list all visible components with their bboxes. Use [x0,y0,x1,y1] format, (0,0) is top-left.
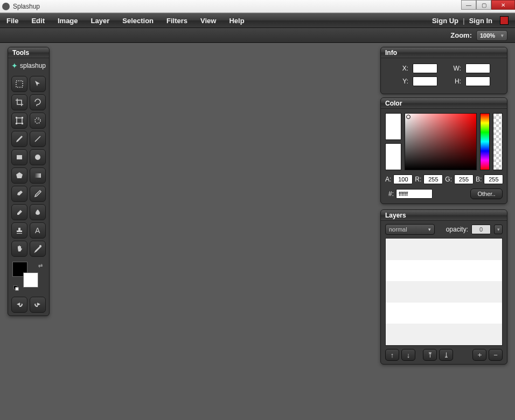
menu-layer[interactable]: Layer [91,17,110,25]
layers-panel: Layers normal opacity: ▾ ↑ ↓ ⤒ ⤓ ＋ − [380,209,507,365]
tools-panel-title[interactable]: Tools [8,47,49,58]
splashup-logo: ✦splashup [8,58,49,73]
other-color-button[interactable]: Other.. [470,188,503,199]
color-field[interactable] [405,113,477,170]
record-indicator-icon [500,16,509,25]
rectangle-tool[interactable] [11,149,27,165]
svg-rect-2 [16,117,17,118]
color-panel-title[interactable]: Color [381,98,507,109]
alpha-slider[interactable] [493,113,503,170]
menu-help[interactable]: Help [229,17,244,25]
undo-button[interactable] [11,297,27,313]
hex-label: #: [385,190,394,198]
zoom-select[interactable]: 100% [476,30,507,41]
hex-input[interactable] [396,189,433,199]
layers-panel-title[interactable]: Layers [381,210,507,221]
signin-link[interactable]: Sign In [469,17,492,25]
blend-mode-value: normal [389,226,407,233]
options-bar: Zoom: 100% [0,28,515,43]
green-input[interactable] [454,174,474,184]
info-h-input[interactable] [465,76,490,86]
info-w-label: W: [446,65,461,72]
color-preview [385,113,401,170]
red-label: R: [415,176,421,183]
brush-tool[interactable] [11,186,27,202]
green-label: G: [445,176,452,183]
marquee-tool[interactable] [11,76,27,92]
blue-input[interactable] [484,174,503,184]
list-item[interactable] [386,303,502,324]
lasso-tool[interactable] [30,94,46,110]
pencil-tool[interactable] [11,131,27,147]
info-y-input[interactable] [413,76,437,86]
list-item[interactable] [386,260,502,282]
text-tool[interactable]: A [30,222,46,239]
window-close-button[interactable]: ✕ [491,0,515,10]
crop-tool[interactable] [11,94,27,110]
gradient-tool[interactable] [30,167,46,184]
svg-rect-5 [22,123,23,124]
info-panel-title[interactable]: Info [381,47,507,58]
window-title: Splashup [13,3,40,10]
eyedropper-tool[interactable] [30,186,46,202]
svg-point-9 [35,155,40,160]
opacity-label: opacity: [446,226,468,233]
transform-tool[interactable] [11,113,27,129]
layer-down-button[interactable]: ↓ [401,349,415,361]
svg-point-13 [39,245,41,247]
color-picker-tool[interactable] [30,241,46,257]
svg-point-6 [35,118,40,123]
blend-mode-select[interactable]: normal [385,224,435,235]
eraser-tool[interactable] [11,204,27,220]
window-minimize-button[interactable]: — [461,0,476,10]
alpha-input[interactable] [393,174,413,184]
app-favicon [2,3,10,10]
info-x-input[interactable] [413,64,437,73]
window-maximize-button[interactable]: ▢ [476,0,491,10]
svg-rect-1 [17,118,22,123]
hue-slider[interactable] [480,113,490,170]
svg-rect-0 [16,81,23,87]
list-item[interactable] [386,324,502,345]
list-item[interactable] [386,239,502,260]
color-preview-new[interactable] [385,113,401,140]
menu-selection[interactable]: Selection [122,17,154,25]
color-preview-current[interactable] [385,143,401,170]
ellipse-tool[interactable] [30,149,46,165]
menu-file[interactable]: File [6,17,18,25]
opacity-input[interactable] [471,225,491,234]
info-h-label: H: [446,78,461,85]
default-colors-icon[interactable] [13,285,19,291]
add-layer-button[interactable]: ＋ [472,349,486,361]
signup-link[interactable]: Sign Up [432,17,458,25]
opacity-dropdown[interactable]: ▾ [494,225,503,234]
layer-to-bottom-button[interactable]: ⤓ [439,349,453,361]
info-w-input[interactable] [465,64,490,73]
red-input[interactable] [423,174,443,184]
background-color-swatch[interactable] [23,272,38,288]
delete-layer-button[interactable]: − [489,349,503,361]
layer-up-button[interactable]: ↑ [385,349,399,361]
color-swatch-area: ⇄ [12,262,45,292]
svg-rect-3 [22,117,23,118]
layer-to-top-button[interactable]: ⤒ [423,349,437,361]
list-item[interactable] [386,281,502,303]
tools-panel: Tools ✦splashup A [8,47,50,316]
menu-edit[interactable]: Edit [31,17,45,25]
swap-colors-icon[interactable]: ⇄ [38,263,43,269]
menu-view[interactable]: View [200,17,216,25]
redo-button[interactable] [30,297,46,313]
hand-tool[interactable] [11,241,27,257]
browser-titlebar: Splashup — ▢ ✕ [0,0,515,13]
polygon-tool[interactable] [11,167,27,184]
menu-image[interactable]: Image [58,17,78,25]
menu-filters[interactable]: Filters [166,17,187,25]
magic-wand-tool[interactable] [30,113,46,129]
smudge-tool[interactable] [30,204,46,220]
line-tool[interactable] [30,131,46,147]
layer-list[interactable] [385,238,503,346]
svg-rect-4 [16,123,17,124]
canvas-workspace[interactable]: Tools ✦splashup A [0,43,515,420]
move-tool[interactable] [30,76,46,92]
stamp-tool[interactable] [11,222,27,239]
